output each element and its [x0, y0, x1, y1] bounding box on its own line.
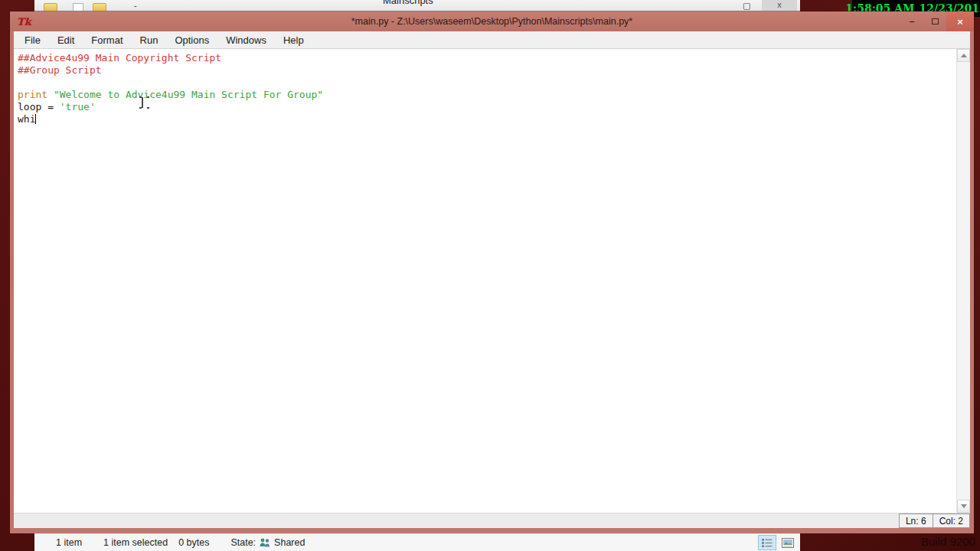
- code-line: print "Welcome to Advice4u99 Main Script…: [18, 89, 956, 101]
- folder-icon: [44, 3, 57, 11]
- code-line: [18, 77, 956, 89]
- menu-windows[interactable]: Windows: [220, 33, 273, 47]
- close-icon[interactable]: x: [762, 0, 797, 11]
- window-title: *main.py - Z:\Users\waseem\Desktop\Pytho…: [10, 16, 974, 27]
- menu-bar: File Edit Format Run Options Windows Hel…: [14, 31, 970, 49]
- scroll-up-icon[interactable]: [957, 49, 970, 62]
- close-icon[interactable]: ×: [946, 11, 974, 31]
- state-label: State:: [230, 537, 256, 548]
- window-content: File Edit Format Run Options Windows Hel…: [14, 31, 970, 528]
- vertical-scrollbar[interactable]: [956, 49, 970, 513]
- maximize-icon[interactable]: [923, 11, 946, 31]
- code-line: whi: [18, 113, 956, 126]
- scroll-down-icon[interactable]: [957, 500, 970, 513]
- text-caret: [35, 114, 36, 124]
- toolbar-separator: -: [134, 1, 137, 10]
- state-value: Shared: [274, 537, 305, 548]
- background-explorer-window: - Mainscripts ▢ x: [34, 0, 800, 11]
- maximize-icon[interactable]: ▢: [743, 1, 750, 11]
- code-editor[interactable]: ##Advice4u99 Main Copyright Script##Grou…: [14, 49, 956, 513]
- menu-options[interactable]: Options: [168, 33, 215, 47]
- titlebar[interactable]: Tk *main.py - Z:\Users\waseem\Desktop\Py…: [10, 11, 974, 31]
- menu-help[interactable]: Help: [277, 33, 310, 47]
- code-line: ##Advice4u99 Main Copyright Script: [18, 52, 956, 64]
- selection-count: 1 item selected: [103, 537, 168, 548]
- editor-status-bar: Ln: 6 Col: 2: [14, 513, 970, 528]
- minimize-icon[interactable]: –: [900, 11, 923, 31]
- editor-window: Tk *main.py - Z:\Users\waseem\Desktop\Py…: [10, 11, 974, 533]
- document-icon: [73, 3, 83, 11]
- folder-icon: [93, 3, 106, 11]
- details-view-button[interactable]: [758, 535, 776, 550]
- menu-format[interactable]: Format: [85, 33, 129, 47]
- build-watermark: Build 9200: [921, 535, 975, 548]
- thumbnail-view-button[interactable]: [779, 535, 797, 550]
- thumbnail-view-icon: [782, 538, 794, 548]
- background-window-title: Mainscripts: [383, 0, 536, 6]
- shared-users-icon: [259, 537, 271, 548]
- window-controls: – ×: [900, 11, 974, 31]
- ibeam-cursor: [138, 96, 146, 109]
- selection-size: 0 bytes: [178, 537, 209, 548]
- code-line: loop = 'true': [18, 101, 956, 113]
- item-count: 1 item: [56, 537, 82, 548]
- explorer-status-bar: 1 item 1 item selected 0 bytes State: Sh…: [34, 533, 800, 551]
- menu-edit[interactable]: Edit: [51, 33, 80, 47]
- code-line: ##Group Script: [18, 64, 956, 77]
- menu-run[interactable]: Run: [134, 33, 165, 47]
- line-indicator: Ln: 6: [899, 514, 933, 528]
- menu-file[interactable]: File: [18, 33, 47, 47]
- column-indicator: Col: 2: [933, 514, 970, 528]
- details-view-icon: [762, 538, 773, 548]
